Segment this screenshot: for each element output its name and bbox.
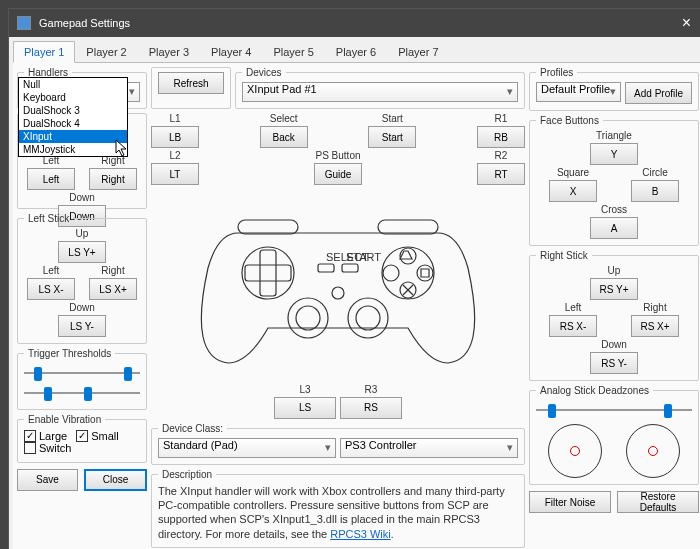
restore-defaults-button[interactable]: Restore Defaults — [617, 491, 699, 513]
device-class-group: Device Class: Standard (Pad) PS3 Control… — [151, 423, 525, 465]
window-title: Gamepad Settings — [39, 17, 674, 29]
select-button[interactable]: Back — [260, 126, 308, 148]
handlers-dropdown-popup[interactable]: Null Keyboard DualShock 3 DualShock 4 XI… — [18, 77, 128, 157]
svg-point-14 — [348, 298, 388, 338]
svg-rect-17 — [342, 264, 358, 272]
square-button[interactable]: X — [549, 180, 597, 202]
svg-point-5 — [382, 247, 434, 299]
r2-button[interactable]: RT — [477, 163, 525, 185]
svg-point-15 — [356, 306, 380, 330]
start-button[interactable]: Start — [368, 126, 416, 148]
svg-point-9 — [417, 265, 433, 281]
l1-button[interactable]: LB — [151, 126, 199, 148]
dpad-right-button[interactable]: Right — [89, 168, 137, 190]
controller-diagram: SELECTSTART — [151, 189, 525, 378]
handler-option-null[interactable]: Null — [19, 78, 127, 91]
face-buttons-group: Face Buttons TriangleY SquareX CircleB C… — [529, 115, 699, 246]
ls-up-button[interactable]: LS Y+ — [58, 241, 106, 263]
deadzone-right-visual — [626, 424, 680, 478]
close-icon[interactable]: × — [674, 14, 699, 32]
deadzone-left-visual — [548, 424, 602, 478]
tab-player-4[interactable]: Player 4 — [200, 41, 262, 62]
filter-noise-button[interactable]: Filter Noise — [529, 491, 611, 513]
svg-rect-16 — [318, 264, 334, 272]
vibration-large-checkbox[interactable]: ✓Large — [24, 430, 67, 442]
refresh-group: Refresh — [151, 67, 231, 109]
tab-player-7[interactable]: Player 7 — [387, 41, 449, 62]
svg-point-13 — [296, 306, 320, 330]
devices-select[interactable]: XInput Pad #1 — [242, 82, 518, 102]
rs-up-button[interactable]: RS Y+ — [590, 278, 638, 300]
tab-player-2[interactable]: Player 2 — [75, 41, 137, 62]
l2-button[interactable]: LT — [151, 163, 199, 185]
svg-rect-0 — [238, 220, 298, 234]
tab-player-1[interactable]: Player 1 — [13, 41, 75, 63]
svg-point-8 — [383, 265, 399, 281]
handler-option-keyboard[interactable]: Keyboard — [19, 91, 127, 104]
ps-button[interactable]: Guide — [314, 163, 362, 185]
circle-button[interactable]: B — [631, 180, 679, 202]
wiki-link[interactable]: RPCS3 Wiki — [330, 528, 391, 540]
device-class-select[interactable]: Standard (Pad) — [158, 438, 336, 458]
device-subtype-select[interactable]: PS3 Controller — [340, 438, 518, 458]
tab-player-3[interactable]: Player 3 — [138, 41, 200, 62]
rs-left-button[interactable]: RS X- — [549, 315, 597, 337]
refresh-button[interactable]: Refresh — [158, 72, 224, 94]
svg-text:START: START — [346, 251, 381, 263]
triangle-button[interactable]: Y — [590, 143, 638, 165]
svg-rect-3 — [260, 250, 276, 296]
svg-rect-1 — [378, 220, 438, 234]
description-text: The XInput handler will work with Xbox c… — [158, 484, 518, 541]
handler-option-dualshock3[interactable]: DualShock 3 — [19, 104, 127, 117]
handler-option-xinput[interactable]: XInput — [19, 130, 127, 143]
trigger-slider-1[interactable] — [24, 363, 140, 383]
r1-button[interactable]: RB — [477, 126, 525, 148]
r3-button[interactable]: RS — [340, 397, 402, 419]
rs-right-button[interactable]: RS X+ — [631, 315, 679, 337]
description-group: Description The XInput handler will work… — [151, 469, 525, 548]
ls-left-button[interactable]: LS X- — [27, 278, 75, 300]
cross-button[interactable]: A — [590, 217, 638, 239]
right-stick-group: Right Stick UpRS Y+ LeftRS X- RightRS X+… — [529, 250, 699, 381]
svg-point-6 — [400, 248, 416, 264]
save-button[interactable]: Save — [17, 469, 78, 491]
handler-option-dualshock4[interactable]: DualShock 4 — [19, 117, 127, 130]
rs-down-button[interactable]: RS Y- — [590, 352, 638, 374]
close-button[interactable]: Close — [84, 469, 147, 491]
svg-point-20 — [332, 287, 344, 299]
vibration-switch-checkbox[interactable]: Switch — [24, 442, 71, 454]
deadzones-group: Analog Stick Deadzones — [529, 385, 699, 485]
ls-down-button[interactable]: LS Y- — [58, 315, 106, 337]
handler-option-mmjoystick[interactable]: MMJoystick — [19, 143, 127, 156]
tab-player-6[interactable]: Player 6 — [325, 41, 387, 62]
app-icon — [17, 16, 31, 30]
tab-player-5[interactable]: Player 5 — [262, 41, 324, 62]
profiles-group: Profiles Default Profile Add Profile — [529, 67, 699, 111]
dpad-left-button[interactable]: Left — [27, 168, 75, 190]
trigger-slider-2[interactable] — [24, 383, 140, 403]
add-profile-button[interactable]: Add Profile — [625, 82, 692, 104]
left-stick-group: Left Stick UpLS Y+ LeftLS X- RightLS X+ … — [17, 213, 147, 344]
vibration-group: Enable Vibration ✓Large ✓Small Switch — [17, 414, 147, 463]
svg-point-12 — [288, 298, 328, 338]
player-tabs: Player 1 Player 2 Player 3 Player 4 Play… — [13, 41, 700, 63]
ls-right-button[interactable]: LS X+ — [89, 278, 137, 300]
profiles-select[interactable]: Default Profile — [536, 82, 621, 102]
svg-rect-4 — [245, 265, 291, 281]
trigger-thresholds-group: Trigger Thresholds — [17, 348, 147, 410]
titlebar: Gamepad Settings × — [9, 9, 700, 37]
svg-point-2 — [242, 247, 294, 299]
l3-button[interactable]: LS — [274, 397, 336, 419]
devices-group: Devices XInput Pad #1 — [235, 67, 525, 109]
vibration-small-checkbox[interactable]: ✓Small — [76, 430, 119, 442]
mapping-top: L1LB SelectBack StartStart R1RB L2LT PS … — [151, 113, 525, 185]
deadzone-slider[interactable] — [536, 400, 692, 420]
